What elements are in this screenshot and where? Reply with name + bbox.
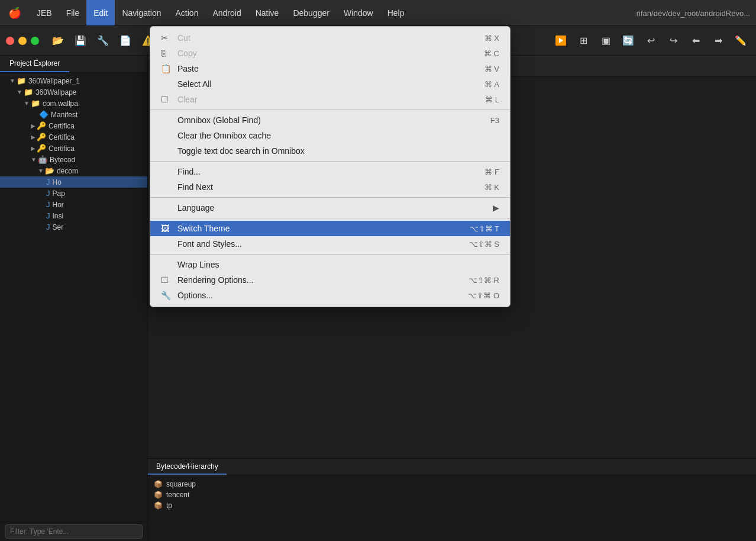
filter-input[interactable] — [5, 524, 143, 539]
nav-forward-button[interactable]: ➡ — [709, 31, 728, 50]
menu-item-find[interactable]: Find... ⌘ F — [150, 164, 510, 179]
bottom-panel-tabs: Bytecode/Hierarchy — [148, 459, 756, 475]
key-icon: 🔑 — [37, 144, 46, 153]
tree-item-certifica-2[interactable]: ▶ 🔑 Certifica — [0, 131, 147, 143]
menubar-item-jeb[interactable]: JEB — [30, 0, 59, 25]
menubar-item-navigation[interactable]: Navigation — [115, 0, 168, 25]
tree-item-certifica-1[interactable]: ▶ 🔑 Certifica — [0, 120, 147, 131]
separator-3 — [150, 197, 510, 198]
titlebar-path: rifan/dev/dev_root/androidRevo... — [637, 0, 756, 26]
tools-button[interactable]: 🔧 — [93, 31, 112, 50]
java-file-icon: J — [46, 211, 50, 220]
menu-item-rendering-options[interactable]: ☐ Rendering Options... ⌥⇧⌘ R — [150, 272, 510, 288]
bp-tree-item-tp[interactable]: 📦 tp — [154, 500, 750, 511]
panel-button[interactable]: ▣ — [596, 31, 615, 50]
tree-item-decom[interactable]: ▼ 📂 decom — [0, 165, 147, 176]
tree-item-certifica-3[interactable]: ▶ 🔑 Certifica — [0, 143, 147, 154]
java-file-icon: J — [46, 200, 50, 209]
sidebar-tree: ▼ 📁 360Wallpaper_1 ▼ 📁 360Wallpape ▼ 📁 c… — [0, 73, 147, 521]
menu-item-font-styles[interactable]: Font and Styles... ⌥⇧⌘ S — [150, 236, 510, 252]
menu-item-clear[interactable]: ☐ Clear ⌘ L — [150, 92, 510, 107]
android-icon: 🤖 — [38, 155, 47, 164]
key-icon: 🔑 — [37, 121, 46, 130]
tree-item-bytecod[interactable]: ▼ 🤖 Bytecod — [0, 154, 147, 165]
package-icon: 📦 — [154, 491, 163, 499]
menu-item-paste[interactable]: 📋 Paste ⌘ V — [150, 61, 510, 76]
tree-arrow: ▼ — [24, 100, 30, 107]
menu-item-find-next[interactable]: Find Next ⌘ K — [150, 179, 510, 195]
nav-back-button[interactable]: ⬅ — [686, 31, 705, 50]
tree-arrow: ▼ — [17, 89, 22, 95]
open-folder-button[interactable]: 📂 — [49, 31, 67, 50]
sidebar-filter-area — [0, 521, 147, 541]
folder-icon: 📂 — [45, 166, 54, 175]
highlight-button[interactable]: ✏️ — [731, 31, 750, 50]
menu-item-toggle-search[interactable]: Toggle text doc search in Omnibox — [150, 143, 510, 159]
menubar-item-edit[interactable]: Edit — [86, 0, 115, 25]
tree-item-pap[interactable]: J Pap — [0, 188, 147, 199]
tree-item-hor[interactable]: J Hor — [0, 199, 147, 210]
java-file-icon: J — [46, 223, 50, 231]
tree-item-insi[interactable]: J Insi — [0, 210, 147, 221]
tree-item-360wallpape[interactable]: ▼ 📁 360Wallpape — [0, 86, 147, 98]
manifest-icon: 🔷 — [39, 110, 49, 119]
menu-item-omnibox[interactable]: Omnibox (Global Find) F3 — [150, 112, 510, 128]
tree-arrow: ▼ — [31, 156, 37, 163]
options-icon: 🔧 — [161, 291, 173, 300]
separator-2 — [150, 161, 510, 162]
menubar-item-native[interactable]: Native — [248, 0, 286, 25]
refresh-button[interactable]: 🔄 — [619, 31, 638, 50]
edit-dropdown-menu: ✂ Cut ⌘ X ⎘ Copy ⌘ C 📋 Paste ⌘ V Select … — [150, 26, 511, 307]
tree-arrow: ▶ — [31, 134, 35, 140]
folder-icon: 📁 — [24, 88, 33, 96]
run-button[interactable]: ▶️ — [551, 31, 570, 50]
menubar-item-help[interactable]: Help — [380, 0, 412, 25]
window-minimize-button[interactable] — [18, 37, 27, 45]
menubar-item-android[interactable]: Android — [205, 0, 248, 25]
submenu-arrow-icon: ▶ — [493, 203, 499, 212]
menu-item-wrap-lines[interactable]: Wrap Lines — [150, 257, 510, 272]
menu-item-language[interactable]: Language ▶ — [150, 200, 510, 215]
cut-icon: ✂ — [161, 33, 173, 43]
bp-tree-item-tencent[interactable]: 📦 tencent — [154, 490, 750, 500]
sidebar: Project Explorer ▼ 📁 360Wallpaper_1 ▼ 📁 … — [0, 56, 148, 541]
menu-item-options[interactable]: 🔧 Options... ⌥⇧⌘ O — [150, 288, 510, 303]
separator-1 — [150, 110, 510, 110]
tab-project-explorer[interactable]: Project Explorer — [0, 56, 69, 72]
menu-item-copy[interactable]: ⎘ Copy ⌘ C — [150, 46, 510, 61]
menubar-item-action[interactable]: Action — [169, 0, 206, 25]
menu-item-clear-omnibox[interactable]: Clear the Omnibox cache — [150, 128, 510, 143]
bp-tree-item-squareup[interactable]: 📦 squareup — [154, 479, 750, 490]
tree-item-manifest[interactable]: 🔷 Manifest — [0, 109, 147, 120]
menubar-item-window[interactable]: Window — [337, 0, 380, 25]
tree-arrow: ▶ — [31, 145, 35, 152]
tree-item-ho[interactable]: J Ho — [0, 176, 147, 188]
package-icon: 📦 — [154, 501, 163, 510]
package-icon: 📦 — [154, 480, 163, 488]
save-button[interactable]: 💾 — [71, 31, 90, 50]
menu-item-select-all[interactable]: Select All ⌘ A — [150, 76, 510, 92]
folder-icon: 📁 — [31, 99, 40, 108]
menubar-item-file[interactable]: File — [59, 0, 87, 25]
back-button[interactable]: ↩ — [641, 31, 660, 50]
tree-arrow: ▼ — [38, 168, 44, 174]
forward-button[interactable]: ↪ — [664, 31, 683, 50]
key-icon: 🔑 — [37, 133, 46, 141]
bottom-panel: Bytecode/Hierarchy 📦 squareup 📦 tencent … — [148, 458, 756, 541]
separator-5 — [150, 254, 510, 255]
menu-item-cut[interactable]: ✂ Cut ⌘ X — [150, 30, 510, 46]
tree-item-comwallpa[interactable]: ▼ 📁 com.wallpa — [0, 98, 147, 109]
bottom-tab-bytecode[interactable]: Bytecode/Hierarchy — [148, 459, 227, 475]
switch-theme-icon: 🖼 — [161, 224, 173, 233]
window-maximize-button[interactable] — [31, 37, 39, 45]
layout-button[interactable]: ⊞ — [574, 31, 593, 50]
history-button[interactable]: 📄 — [116, 31, 135, 50]
window-close-button[interactable] — [6, 37, 14, 45]
menubar-item-debugger[interactable]: Debugger — [286, 0, 337, 25]
tree-item-ser[interactable]: J Ser — [0, 221, 147, 233]
clear-icon: ☐ — [161, 95, 173, 104]
menu-item-switch-theme[interactable]: 🖼 Switch Theme ⌥⇧⌘ T — [150, 221, 510, 236]
tree-item-360wallpaper[interactable]: ▼ 📁 360Wallpaper_1 — [0, 75, 147, 86]
bottom-panel-content: 📦 squareup 📦 tencent 📦 tp — [148, 475, 756, 514]
sidebar-tabs: Project Explorer — [0, 56, 147, 73]
